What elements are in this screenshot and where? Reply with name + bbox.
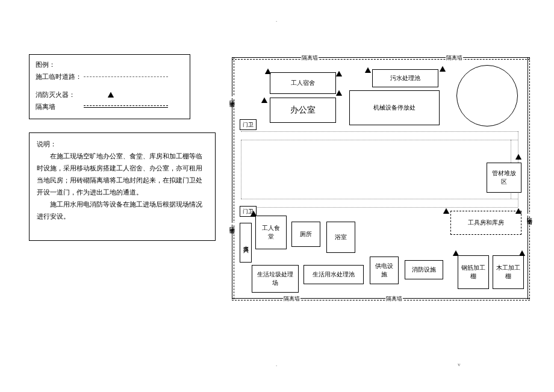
wall-left — [232, 57, 235, 299]
footer-right-mark: v — [458, 361, 461, 367]
wall-label-bot1: 隔离墙 — [283, 295, 300, 303]
building-wood-label: 木工加工棚 — [496, 264, 520, 281]
gate-top: 门卫 — [240, 119, 257, 130]
fire-icon-5 — [440, 66, 446, 72]
building-pipe: 管材堆放区 — [487, 163, 521, 193]
building-bath: 浴室 — [326, 222, 355, 253]
building-bath-label: 浴室 — [335, 233, 347, 241]
road-top — [241, 131, 518, 132]
building-office-label: 办公室 — [290, 105, 316, 116]
wall-label-bot2: 隔离墙 — [385, 295, 403, 303]
building-rebar: 钢筋加工棚 — [458, 255, 489, 289]
building-machinery-label: 机械设备停放处 — [373, 104, 416, 112]
page-root: . 图例： 施工临时道路： 消防灭火器： 隔离墙 说明： 在施工现场空旷地办公室… — [0, 0, 554, 392]
fire-icon-4 — [261, 98, 267, 103]
header-mark: . — [276, 17, 277, 23]
road-bot2 — [241, 207, 518, 208]
water-inlet: 水源入口 — [240, 223, 252, 263]
building-canteen: 工人食堂 — [255, 216, 287, 249]
legend-box: 图例： 施工临时道路： 消防灭火器： 隔离墙 — [29, 54, 190, 119]
mixing-circle — [456, 65, 518, 126]
description-p1: 在施工现场空旷地办公室、食堂、库房和加工棚等临时设施，采用移动板房搭建工人宿舍、… — [37, 150, 208, 198]
fire-icon-7 — [515, 154, 521, 160]
water-inlet-label: 水源入口 — [242, 241, 250, 244]
fire-icon-6 — [365, 67, 371, 73]
fire-icon-1 — [265, 69, 271, 74]
fire-icon-2 — [336, 71, 342, 76]
wall-top — [232, 57, 530, 60]
building-toolstore-label: 工具房和库房 — [468, 219, 504, 227]
building-toolstore: 工具房和库房 — [450, 211, 521, 235]
building-sewage-label: 污水处理池 — [390, 74, 420, 82]
building-power: 供电设施 — [370, 257, 399, 284]
building-fire-label: 消防设施 — [412, 266, 436, 274]
wall-label-right: 隔离墙 — [525, 214, 534, 216]
road-bot — [241, 199, 518, 199]
legend-wall-line — [84, 105, 168, 108]
wall-label-top1: 隔离墙 — [301, 54, 319, 62]
building-dorm-label: 工人宿舍 — [291, 79, 315, 87]
building-toilet-label: 厕所 — [300, 230, 312, 238]
wall-bottom — [232, 298, 530, 301]
fire-icon-12 — [519, 250, 525, 256]
gate-top-label: 门卫 — [243, 121, 254, 129]
fire-icon-9 — [515, 208, 521, 214]
building-machinery: 机械设备停放处 — [349, 90, 440, 125]
description-box: 说明： 在施工现场空旷地办公室、食堂、库房和加工棚等临时设施，采用移动板房搭建工… — [29, 132, 216, 241]
description-title: 说明： — [37, 138, 208, 150]
building-office: 办公室 — [270, 98, 336, 123]
legend-fire-icon — [108, 92, 114, 98]
building-greywater-label: 生活用水处理池 — [313, 270, 355, 279]
fire-icon-8 — [443, 208, 449, 214]
description-p2: 施工用水用电消防等设备在施工进场后根据现场情况进行安设。 — [37, 198, 208, 222]
building-pipe-label: 管材堆放区 — [492, 169, 516, 186]
building-fire: 消防设施 — [405, 260, 443, 279]
wall-label-left1: 隔离墙 — [228, 96, 237, 98]
legend-wall-label: 隔离墙 — [36, 101, 84, 113]
fire-icon-3 — [336, 90, 342, 96]
fire-icon-11 — [453, 250, 459, 256]
fire-icon-10 — [251, 211, 257, 216]
footer-left-mark: . — [276, 361, 277, 367]
building-greywater: 生活用水处理池 — [303, 265, 364, 284]
legend-fire-label: 消防灭火器： — [36, 89, 84, 101]
building-dorm: 工人宿舍 — [270, 72, 336, 94]
road-top2 — [241, 140, 518, 140]
building-garbage-label: 生活垃圾处理场 — [257, 270, 293, 287]
wall-right — [528, 57, 531, 299]
building-toilet: 厕所 — [291, 222, 320, 247]
wall-label-top2: 隔离墙 — [446, 54, 463, 62]
building-garbage: 生活垃圾处理场 — [252, 265, 299, 293]
building-canteen-label: 工人食堂 — [262, 224, 280, 241]
building-sewage: 污水处理池 — [372, 69, 438, 87]
wall-label-left2: 隔离墙 — [228, 223, 237, 225]
legend-road-label: 施工临时道路： — [36, 70, 84, 82]
road-left — [241, 140, 241, 199]
building-rebar-label: 钢筋加工棚 — [461, 264, 485, 281]
building-power-label: 供电设施 — [375, 262, 393, 279]
legend-title: 图例： — [36, 58, 84, 70]
building-wood: 木工加工棚 — [493, 255, 524, 289]
legend-road-line — [84, 76, 168, 77]
